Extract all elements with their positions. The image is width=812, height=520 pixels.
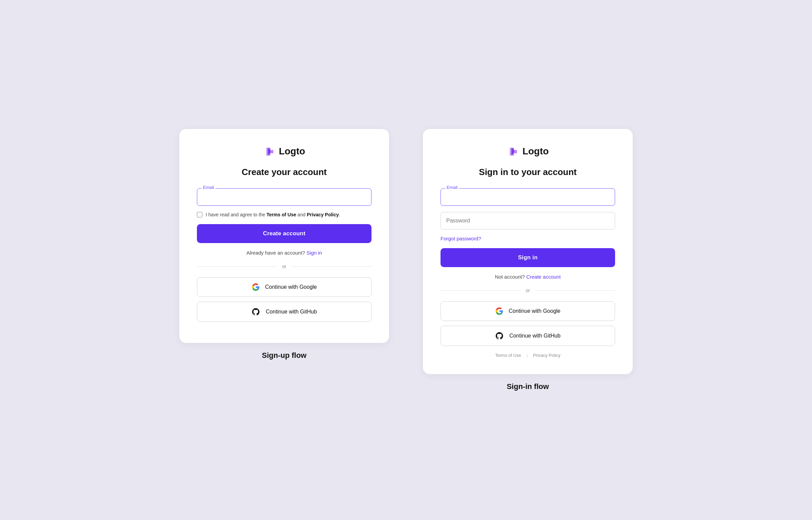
signin-footer-links: Terms of Use | Privacy Policy — [441, 353, 615, 358]
signup-email-group: Email — [197, 188, 371, 206]
signup-checkbox-text: I have read and agree to the Terms of Us… — [206, 212, 340, 217]
signin-card: Logto Sign in to your account Email Forg… — [423, 129, 633, 374]
signup-divider: or — [197, 264, 371, 269]
github-icon-signin — [495, 331, 504, 340]
signin-email-group: Email — [441, 188, 615, 206]
signup-divider-line-left — [197, 266, 277, 267]
signin-button[interactable]: Sign in — [441, 248, 615, 267]
signin-logo-area: Logto — [441, 145, 615, 157]
signin-password-input[interactable] — [441, 212, 615, 230]
signin-google-label: Continue with Google — [509, 308, 561, 314]
google-icon — [252, 283, 260, 291]
signin-github-label: Continue with GitHub — [509, 333, 560, 339]
signup-logo-text: Logto — [279, 146, 305, 157]
signup-github-button[interactable]: Continue with GitHub — [197, 302, 371, 322]
signin-flow-wrapper: Logto Sign in to your account Email Forg… — [413, 129, 643, 391]
signin-email-label: Email — [445, 185, 459, 190]
svg-rect-3 — [271, 150, 273, 153]
signup-card: Logto Create your account Email I have r… — [179, 129, 389, 343]
signup-google-button[interactable]: Continue with Google — [197, 277, 371, 297]
signin-title: Sign in to your account — [441, 167, 615, 177]
forgot-password-link[interactable]: Forgot password? — [441, 236, 615, 241]
logto-logo-icon-signin — [507, 145, 519, 157]
signup-or-text: or — [282, 264, 286, 269]
signup-title: Create your account — [197, 167, 371, 177]
signin-divider: or — [441, 288, 615, 293]
github-icon — [251, 307, 260, 316]
signin-logo-text: Logto — [522, 146, 549, 157]
signup-terms-checkbox[interactable] — [197, 212, 202, 217]
signin-github-button[interactable]: Continue with GitHub — [441, 326, 615, 346]
signup-terms-row: I have read and agree to the Terms of Us… — [197, 212, 371, 217]
signup-email-input[interactable] — [197, 188, 371, 206]
signin-password-group — [441, 212, 615, 230]
signup-account-link-row: Already have an account? Sign in — [197, 250, 371, 256]
signin-terms-link[interactable]: Terms of Use — [495, 353, 521, 358]
signin-or-text: or — [526, 288, 530, 293]
signup-github-label: Continue with GitHub — [266, 309, 317, 315]
signup-email-label: Email — [202, 185, 216, 190]
signup-signin-link[interactable]: Sign in — [307, 250, 322, 256]
signup-flow-wrapper: Logto Create your account Email I have r… — [169, 129, 399, 360]
page-container: Logto Create your account Email I have r… — [169, 129, 643, 391]
signup-logo-area: Logto — [197, 145, 371, 157]
signin-divider-line-right — [535, 290, 615, 291]
signup-divider-line-right — [292, 266, 371, 267]
signin-account-link-row: Not account? Create account — [441, 274, 615, 280]
signin-privacy-link[interactable]: Privacy Policy — [533, 353, 561, 358]
google-icon-signin — [495, 307, 503, 315]
create-account-button[interactable]: Create account — [197, 224, 371, 243]
logto-logo-icon — [263, 145, 275, 157]
signup-google-label: Continue with Google — [265, 284, 317, 290]
signin-flow-label: Sign-in flow — [507, 382, 549, 391]
signin-divider-line-left — [441, 290, 520, 291]
signin-email-input[interactable] — [441, 188, 615, 206]
signup-privacy-link[interactable]: Privacy Policy — [307, 212, 339, 217]
signup-flow-label: Sign-up flow — [262, 351, 307, 360]
signin-create-link[interactable]: Create account — [526, 274, 561, 280]
svg-rect-7 — [514, 150, 517, 153]
signup-terms-link[interactable]: Terms of Use — [267, 212, 296, 217]
signin-google-button[interactable]: Continue with Google — [441, 301, 615, 321]
